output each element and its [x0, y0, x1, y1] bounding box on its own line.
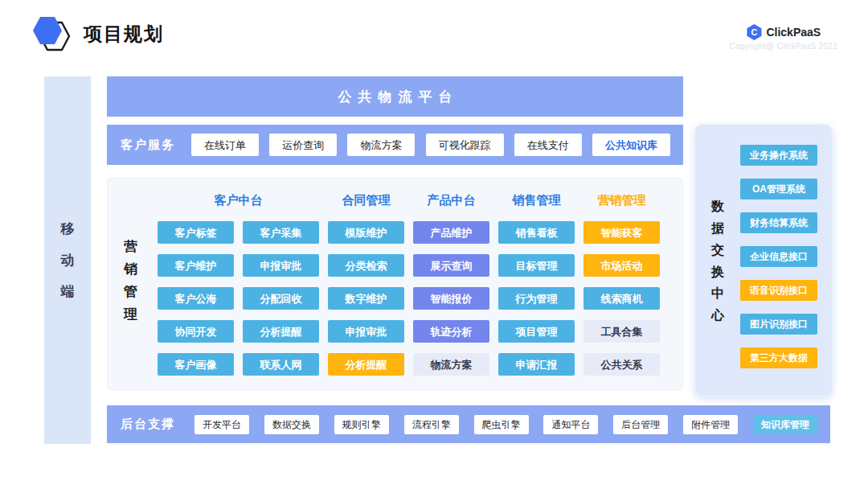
matrix-button[interactable]: 市场活动 — [583, 254, 660, 277]
matrix-button[interactable]: 销售看板 — [498, 221, 575, 244]
matrix-grid: 客户标签客户采集模版维护产品维护销售看板智能获客客户维护申报审批分类检索展示查询… — [158, 221, 660, 376]
backend-button[interactable]: 流程引擎 — [404, 415, 459, 434]
page-title: 项目规划 — [84, 24, 164, 44]
system-button[interactable]: 第三方大数据 — [740, 347, 817, 368]
marketing-management-side-label: 营销管理 — [124, 240, 137, 321]
data-exchange-panel: 数据交换中心 业务操作系统OA管理系统财务结算系统企业信息接口语音识别接口图片识… — [694, 124, 833, 397]
backend-button[interactable]: 规则引擎 — [334, 415, 389, 434]
backend-button[interactable]: 后台管理 — [613, 415, 668, 434]
customer-service-bar: 客户服务 在线订单运价查询物流方案可视化跟踪在线支付公共知识库 — [107, 125, 683, 165]
matrix-button[interactable]: 分配回收 — [243, 287, 319, 310]
matrix-button[interactable]: 客户采集 — [243, 221, 319, 244]
matrix-button[interactable]: 申报审批 — [243, 254, 319, 277]
matrix-column-headers: 客户中台合同管理产品中台销售管理营销管理 — [158, 190, 660, 211]
column-header: 营销管理 — [583, 193, 660, 208]
vertical-char: 换 — [711, 265, 724, 277]
backend-button[interactable]: 通知平台 — [543, 415, 598, 434]
matrix-button[interactable]: 展示查询 — [413, 254, 489, 277]
vertical-char: 交 — [711, 243, 724, 256]
vertical-char: 移 — [61, 222, 75, 236]
matrix-button[interactable]: 智能报价 — [413, 287, 489, 310]
page: 项目规划 C ClickPaaS Copyright@ ClickPaaS 20… — [0, 0, 868, 489]
customer-service-buttons: 在线订单运价查询物流方案可视化跟踪在线支付公共知识库 — [191, 134, 670, 156]
column-header: 合同管理 — [328, 193, 404, 208]
vertical-char: 理 — [124, 307, 137, 321]
service-button[interactable]: 公共知识库 — [592, 134, 670, 156]
data-exchange-buttons: 业务操作系统OA管理系统财务结算系统企业信息接口语音识别接口图片识别接口第三方大… — [740, 145, 817, 368]
matrix-button[interactable]: 物流方案 — [413, 353, 489, 376]
matrix-button[interactable]: 分类检索 — [328, 254, 404, 277]
system-button[interactable]: 财务结算系统 — [740, 212, 817, 233]
matrix-button[interactable]: 模版维护 — [328, 221, 404, 244]
backend-button[interactable]: 知识库管理 — [753, 415, 817, 434]
vertical-char: 管 — [124, 285, 137, 298]
matrix-button[interactable]: 行为管理 — [498, 287, 575, 310]
matrix-button[interactable]: 项目管理 — [498, 320, 575, 343]
matrix-button[interactable]: 公共关系 — [583, 353, 660, 376]
matrix-button[interactable]: 数字维护 — [328, 287, 404, 310]
backend-support-bar: 后台支撑 开发平台数据交换规则引擎流程引擎爬虫引擎通知平台后台管理附件管理知识库… — [107, 405, 830, 443]
matrix-button[interactable]: 分析提醒 — [328, 353, 404, 376]
customer-service-label: 客户服务 — [121, 138, 175, 153]
column-header: 销售管理 — [498, 193, 575, 208]
backend-button[interactable]: 爬虫引擎 — [474, 415, 529, 434]
vertical-char: 动 — [61, 253, 75, 267]
matrix-button[interactable]: 线索商机 — [583, 287, 660, 310]
mobile-terminal-strip: 移动端 — [44, 76, 91, 444]
copyright-text: Copyright@ ClickPaaS 2022 — [730, 42, 837, 51]
vertical-char: 据 — [711, 221, 724, 234]
matrix-button[interactable]: 工具合集 — [583, 320, 660, 343]
matrix-button[interactable]: 客户画像 — [158, 353, 234, 376]
column-header: 客户中台 — [158, 193, 319, 208]
vertical-char: 营 — [124, 240, 137, 253]
backend-buttons: 开发平台数据交换规则引擎流程引擎爬虫引擎通知平台后台管理附件管理知识库管理 — [194, 415, 817, 434]
service-button[interactable]: 可视化跟踪 — [426, 134, 504, 156]
matrix-button[interactable]: 联系人网 — [243, 353, 319, 376]
system-button[interactable]: 企业信息接口 — [740, 246, 817, 267]
service-button[interactable]: 在线支付 — [514, 134, 582, 156]
vertical-char: 端 — [61, 285, 75, 298]
vertical-char: 心 — [711, 308, 724, 321]
matrix-button[interactable]: 目标管理 — [498, 254, 575, 277]
system-button[interactable]: 图片识别接口 — [740, 314, 817, 335]
vertical-char: 销 — [124, 262, 137, 276]
matrix-button[interactable]: 申请汇报 — [498, 353, 575, 376]
brand-name: ClickPaaS — [766, 26, 821, 39]
business-matrix-panel: 营销管理 客户中台合同管理产品中台销售管理营销管理 客户标签客户采集模版维护产品… — [107, 178, 683, 390]
matrix-button[interactable]: 协同开发 — [158, 320, 234, 343]
matrix-button[interactable]: 分析提醒 — [243, 320, 319, 343]
data-exchange-side-label: 数据交换中心 — [711, 199, 724, 321]
system-button[interactable]: 业务操作系统 — [740, 145, 817, 166]
matrix-button[interactable]: 智能获客 — [583, 221, 660, 244]
system-button[interactable]: 语音识别接口 — [740, 280, 817, 301]
matrix-button[interactable]: 轨迹分析 — [413, 320, 489, 343]
service-button[interactable]: 运价查询 — [269, 134, 337, 156]
service-button[interactable]: 在线订单 — [191, 134, 259, 156]
brand: C ClickPaaS Copyright@ ClickPaaS 2022 — [730, 24, 837, 51]
backend-button[interactable]: 附件管理 — [683, 415, 738, 434]
matrix-button[interactable]: 申报审批 — [328, 320, 404, 343]
matrix-button[interactable]: 客户维护 — [158, 254, 234, 277]
vertical-char: 中 — [711, 286, 724, 299]
matrix-button[interactable]: 客户标签 — [158, 221, 234, 244]
service-button[interactable]: 物流方案 — [347, 134, 415, 156]
vertical-char: 数 — [711, 199, 724, 212]
system-button[interactable]: OA管理系统 — [740, 179, 817, 199]
platform-banner: 公共物流平台 — [107, 76, 683, 117]
backend-support-label: 后台支撑 — [121, 417, 175, 432]
backend-button[interactable]: 开发平台 — [194, 415, 249, 434]
matrix-button[interactable]: 产品维护 — [413, 221, 489, 244]
clickpaas-logo-icon: C — [746, 24, 762, 40]
matrix-button[interactable]: 客户公海 — [158, 287, 234, 310]
hexagon-logo-icon — [32, 14, 72, 53]
column-header: 产品中台 — [413, 193, 489, 208]
backend-button[interactable]: 数据交换 — [264, 415, 319, 434]
